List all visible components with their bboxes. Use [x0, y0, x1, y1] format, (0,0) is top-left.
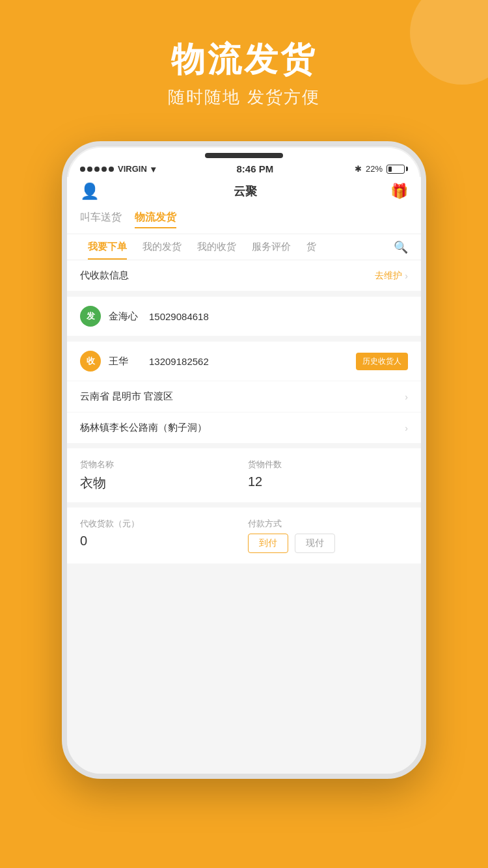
history-receiver-button[interactable]: 历史收货人: [356, 353, 408, 370]
payment-method-group: 付款方式 到付 现付: [248, 518, 408, 553]
receiver-card: 收 王华 13209182562 历史收货人 云南省 昆明市 官渡区 › 杨林镇…: [67, 341, 421, 443]
detail-address-row[interactable]: 杨林镇李长公路南（豹子洞） ›: [67, 412, 421, 443]
payment-option-cod[interactable]: 到付: [248, 534, 288, 553]
battery-percent: 22%: [366, 164, 383, 174]
detail-address-text: 杨林镇李长公路南（豹子洞）: [80, 422, 207, 434]
signal-dots: [80, 167, 114, 172]
collection-label: 代收款信息: [80, 269, 129, 282]
payment-grid: 代收货款（元） 0 付款方式 到付 现付: [80, 518, 408, 553]
status-right: ✱ 22%: [355, 164, 408, 174]
tab-logistics[interactable]: 物流发货: [135, 211, 176, 228]
phone-notch: [205, 153, 283, 158]
signal-dot-5: [109, 167, 114, 172]
region-chevron-icon: ›: [405, 392, 408, 402]
sender-name: 金海心: [109, 310, 141, 323]
tab-goods[interactable]: 货: [299, 234, 324, 260]
collection-row: 代收款信息 去维护 ›: [67, 260, 421, 291]
header-section: 物流发货 随时随地 发货方便: [0, 0, 488, 128]
signal-dot-3: [94, 167, 100, 172]
region-text: 云南省 昆明市 官渡区: [80, 390, 173, 403]
goods-name-value: 衣物: [80, 474, 240, 492]
tab-order[interactable]: 我要下单: [80, 234, 135, 260]
cod-group: 代收货款（元） 0: [80, 518, 240, 553]
phone-frame: VIRGIN ▾ 8:46 PM ✱ 22% 👤 云聚 🎁: [62, 141, 426, 779]
bluetooth-icon: ✱: [355, 164, 362, 174]
top-tab-bar: 叫车送货 物流发货: [67, 206, 421, 234]
collection-chevron-icon: ›: [405, 271, 408, 281]
battery-tip: [406, 167, 408, 171]
tab-my-delivery[interactable]: 我的发货: [135, 234, 189, 260]
carrier-name: VIRGIN: [118, 164, 147, 174]
detail-chevron-icon: ›: [405, 423, 408, 433]
battery-fill: [388, 167, 392, 172]
search-icon[interactable]: 🔍: [394, 240, 408, 254]
sub-tab-bar: 我要下单 我的发货 我的收货 服务评价 货 🔍: [67, 234, 421, 260]
cod-label: 代收货款（元）: [80, 518, 240, 530]
collection-action[interactable]: 去维护 ›: [375, 270, 408, 282]
receiver-badge: 收: [80, 351, 101, 372]
receiver-badge-text: 收: [87, 355, 95, 367]
sender-badge-text: 发: [87, 310, 95, 322]
payment-option-cash[interactable]: 现付: [295, 534, 335, 553]
phone-mockup: VIRGIN ▾ 8:46 PM ✱ 22% 👤 云聚 🎁: [62, 141, 426, 779]
goods-name-group: 货物名称 衣物: [80, 459, 240, 492]
payment-method-label: 付款方式: [248, 518, 408, 530]
app-header: 👤 云聚 🎁: [67, 177, 421, 206]
collection-action-text: 去维护: [375, 270, 402, 282]
signal-dot-4: [102, 167, 107, 172]
goods-count-label: 货物件数: [248, 459, 408, 470]
payment-options: 到付 现付: [248, 534, 408, 553]
page-title: 物流发货: [0, 39, 488, 79]
user-icon[interactable]: 👤: [80, 182, 100, 200]
app-title: 云聚: [234, 183, 257, 199]
sender-row[interactable]: 发 金海心 15029084618: [67, 296, 421, 336]
status-time: 8:46 PM: [237, 163, 274, 174]
tab-call-delivery[interactable]: 叫车送货: [80, 211, 122, 228]
signal-dot-1: [80, 167, 85, 172]
goods-count-value: 12: [248, 474, 408, 489]
gift-icon[interactable]: 🎁: [390, 183, 408, 200]
collection-info-card: 代收款信息 去维护 ›: [67, 260, 421, 291]
status-bar: VIRGIN ▾ 8:46 PM ✱ 22%: [67, 158, 421, 177]
signal-dot-2: [87, 167, 92, 172]
sender-badge: 发: [80, 306, 101, 327]
goods-section: 货物名称 衣物 货物件数 12: [67, 448, 421, 502]
wifi-icon: ▾: [151, 164, 156, 174]
battery-icon: [386, 165, 408, 174]
sender-card: 发 金海心 15029084618: [67, 296, 421, 336]
goods-count-group: 货物件数 12: [248, 459, 408, 492]
tab-my-receipt[interactable]: 我的收货: [189, 234, 244, 260]
goods-name-label: 货物名称: [80, 459, 240, 470]
tab-reviews[interactable]: 服务评价: [244, 234, 299, 260]
region-row[interactable]: 云南省 昆明市 官渡区 ›: [67, 381, 421, 412]
receiver-phone: 13209182562: [149, 356, 348, 367]
goods-grid: 货物名称 衣物 货物件数 12: [80, 459, 408, 492]
receiver-row[interactable]: 收 王华 13209182562 历史收货人: [67, 341, 421, 381]
content-area: 代收款信息 去维护 › 发 金海心 15029084618: [67, 260, 421, 774]
battery-body: [386, 165, 405, 174]
cod-value: 0: [80, 534, 240, 549]
page-subtitle: 随时随地 发货方便: [0, 86, 488, 109]
sender-phone: 15029084618: [149, 311, 408, 322]
payment-section: 代收货款（元） 0 付款方式 到付 现付: [67, 502, 421, 563]
status-left: VIRGIN ▾: [80, 164, 156, 174]
receiver-name: 王华: [109, 355, 141, 368]
